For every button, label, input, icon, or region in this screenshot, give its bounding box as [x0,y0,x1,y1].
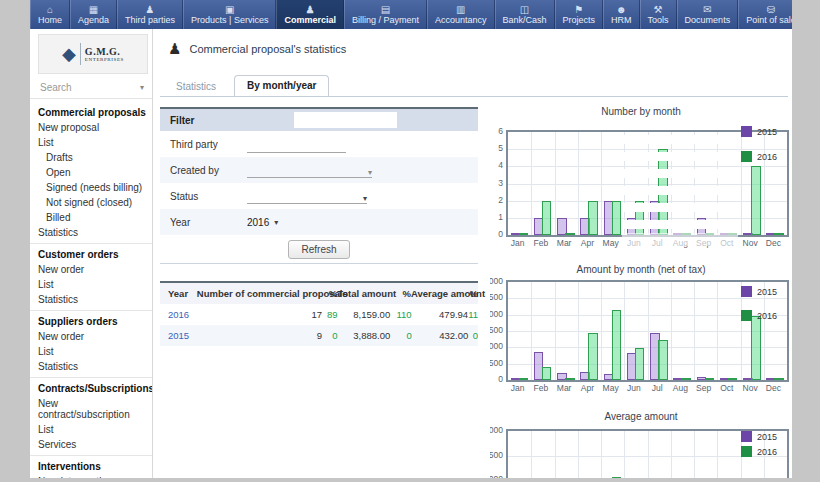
column-header: % [323,288,337,299]
sidebar-item-new-contract-subscription[interactable]: New contract/subscription [30,396,152,422]
column-header: Number of commercial proposals [197,288,323,299]
gridline-v [555,132,556,235]
menu-item-label: Products | Services [191,15,268,25]
chevron-down-icon: ▾ [368,168,372,177]
gridline-v [531,431,532,478]
sidebar-item-drafts[interactable]: Drafts [30,150,152,165]
menu-item-third-parties[interactable]: ♟Third parties [117,0,183,29]
sidebar-item-open[interactable]: Open [30,165,152,180]
table-row: 2015903,888.000432.000 [160,325,478,346]
bar-2016-nov [751,316,761,380]
bar-2016-feb [542,201,552,235]
menu-item-hrm[interactable]: ☻HRM [603,0,640,29]
sidebar-section-title: Interventions [30,458,152,474]
bar-2016-mar [565,233,575,235]
sidebar-item-statistics[interactable]: Statistics [30,292,152,307]
sidebar-item-statistics[interactable]: Statistics [30,359,152,374]
filter-row-status: Status▾ [160,183,478,209]
tab-by-month-year[interactable]: By month/year [234,75,329,97]
y-axis-tick-label: 0 [490,229,503,239]
legend-entry-2016: 2016 [741,151,777,162]
statistics-module-icon: ♟ [168,40,181,58]
tab-underline [160,96,788,97]
menu-item-projects[interactable]: ⚑Projects [555,0,604,29]
menu-item-agenda[interactable]: ▦Agenda [70,0,117,29]
sidebar-item-new-order[interactable]: New order [30,262,152,277]
bar-2016-jun [635,348,645,380]
sidebar-item-not-signed-closed-[interactable]: Not signed (closed) [30,195,152,210]
sidebar-item-statistics[interactable]: Statistics [30,225,152,240]
sidebar-item-services[interactable]: Services [30,437,152,452]
filter-label: Third party [160,139,247,150]
legend-label: 2015 [757,127,777,137]
x-axis-tick-label: Jul [646,383,669,393]
x-axis-tick-label: May [599,383,622,393]
filter-label: Status [160,191,247,202]
x-axis-tick-label: Feb [529,238,552,248]
products-services-icon: ▣ [225,4,234,15]
billing-payment-icon: ▤ [381,4,390,15]
menu-item-bank-cash[interactable]: ◫Bank/Cash [495,0,555,29]
gridline-v [578,132,579,235]
sidebar-item-new-proposal[interactable]: New proposal [30,120,152,135]
filter-card: Filter Third partyCreated by▾Status▾Year… [160,107,478,264]
menu-item-commercial[interactable]: ♟Commercial [276,0,344,29]
bar-2016-may [612,201,622,235]
top-menubar: ⌂Home▦Agenda♟Third parties▣Products | Se… [30,0,792,29]
chart-number-by-month: Number by month0123456JanFebMarAprMayJun… [490,100,792,258]
menu-item-documents[interactable]: ✉Documents [677,0,739,29]
sidebar-item-list[interactable]: List [30,344,152,359]
y-axis-tick-label: 3000 [490,276,503,286]
sidebar-item-list[interactable]: List [30,135,152,150]
sidebar-item-signed-needs-billing-[interactable]: Signed (needs billing) [30,180,152,195]
y-axis-tick-label: 4 [490,160,503,170]
x-axis-tick-label: Dec [762,383,785,393]
y-axis-tick-label: 3 [490,178,503,188]
agenda-icon: ▦ [89,4,98,15]
menu-item-label: Tools [648,15,669,25]
x-axis-tick-label: Jan [506,383,529,393]
menu-item-accountancy[interactable]: ▥Accountancy [427,0,495,29]
created-by-select[interactable]: ▾ [247,162,372,178]
column-header: Average amount [411,288,469,299]
table-cell-year[interactable]: 2016 [160,309,199,320]
sidebar-item-new-order[interactable]: New order [30,329,152,344]
sidebar-item-billed[interactable]: Billed [30,210,152,225]
sidebar-item-new-intervention[interactable]: New intervention [30,474,152,478]
gridline-v [624,282,625,380]
y-axis-tick-label: 1000 [490,474,503,478]
legend-swatch [741,431,752,442]
table-cell-average: 479.94 [412,309,469,320]
legend-entry-2015: 2015 [741,126,777,137]
menu-item-point-of-sale[interactable]: ⛁Point of sale [738,0,792,29]
menu-item-label: Home [38,15,62,25]
refresh-button[interactable]: Refresh [288,240,349,259]
sidebar-item-list[interactable]: List [30,277,152,292]
bar-2016-dec [774,378,784,380]
y-axis-tick-label: 1500 [490,325,503,335]
tab-statistics[interactable]: Statistics [168,77,224,96]
point-of-sale-icon: ⛁ [767,4,775,15]
year-select[interactable]: 2016▾ [247,217,278,228]
column-header: % [391,288,411,299]
status-select[interactable]: ▾ [247,188,367,204]
page-header: ♟ Commercial proposal's statistics [168,40,346,58]
gridline-v [648,431,649,478]
menu-item-products-services[interactable]: ▣Products | Services [183,0,276,29]
menu-item-home[interactable]: ⌂Home [30,0,70,29]
desktop-background: ⌂Home▦Agenda♟Third parties▣Products | Se… [0,0,820,482]
sidebar-search[interactable]: Search ▾ [30,78,152,99]
sidebar-section-title: Contracts/Subscriptions [30,380,152,396]
gridline-v [531,132,532,235]
legend-label: 2015 [757,287,777,297]
table-cell-year[interactable]: 2015 [160,330,199,341]
menu-item-billing-payment[interactable]: ▤Billing / Payment [344,0,427,29]
x-axis-tick-label: Mar [553,238,576,248]
table-cell-count: 9 [199,330,322,341]
filter-label: Created by [160,165,247,176]
third-party-input[interactable] [247,136,346,153]
legend-swatch [741,310,752,321]
sidebar-item-list[interactable]: List [30,422,152,437]
gridline-v [694,431,695,478]
menu-item-tools[interactable]: ⚒Tools [640,0,677,29]
